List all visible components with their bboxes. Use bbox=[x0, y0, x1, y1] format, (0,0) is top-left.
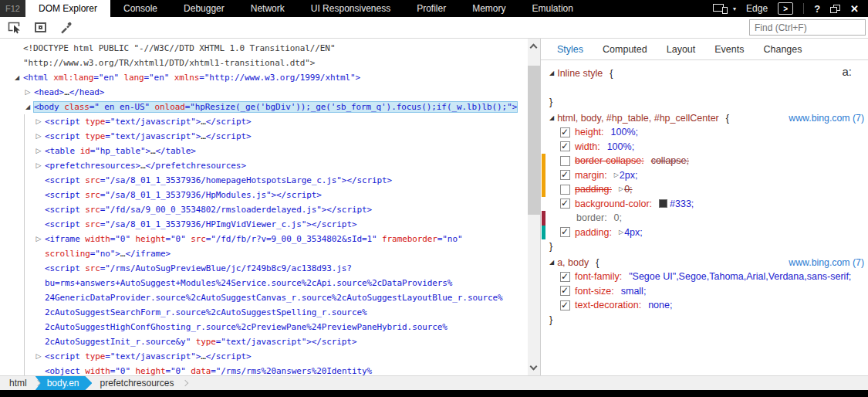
dom-tree-line[interactable]: <script src="/sa/8_01_1_3537936/HpModule… bbox=[0, 188, 528, 202]
element-highlight-button[interactable] bbox=[35, 22, 46, 32]
tab-debugger[interactable]: Debugger bbox=[171, 0, 238, 17]
property-name[interactable]: padding: bbox=[575, 182, 612, 197]
property-value[interactable]: small; bbox=[621, 284, 647, 299]
styles-tab-styles[interactable]: Styles bbox=[557, 44, 583, 55]
property-value[interactable]: collapse; bbox=[651, 154, 689, 168]
rule-selector-row[interactable]: ◢html, body, #hp_table, #hp_cellCenter{w… bbox=[541, 111, 868, 126]
property-checkbox[interactable] bbox=[560, 185, 570, 195]
property-value[interactable]: #333; bbox=[670, 197, 694, 212]
dom-tree-line[interactable]: scrolling="no">…</iframe> bbox=[0, 246, 528, 261]
style-property-row[interactable]: padding:▷0; bbox=[541, 182, 868, 197]
property-name[interactable]: font-family: bbox=[575, 270, 622, 284]
dom-tree-line[interactable]: <script src="/rms/AutoSugPreviewBlue/jc/… bbox=[0, 261, 528, 276]
dom-tree-line[interactable]: <!DOCTYPE html PUBLIC "-//W3C//DTD XHTML… bbox=[0, 41, 528, 56]
style-property-row[interactable]: border-collapse:collapse; bbox=[541, 154, 868, 168]
dom-tree-line[interactable]: 2cAutoSuggestSearchForm_r.source%2cAutoS… bbox=[0, 305, 528, 320]
property-checkbox[interactable]: ✓ bbox=[560, 127, 570, 137]
property-name[interactable]: height: bbox=[575, 125, 604, 140]
select-element-button[interactable] bbox=[8, 21, 22, 34]
scrollbar-thumb[interactable] bbox=[528, 66, 540, 215]
dom-tree-line[interactable]: <script src="/fd/sa/9_00_0_3534802/rmslo… bbox=[0, 202, 528, 217]
property-value[interactable]: 4px; bbox=[624, 226, 643, 240]
dom-tree-line[interactable]: ▷<script type="text/javascript">…</scrip… bbox=[0, 349, 528, 364]
collapse-arrow-icon[interactable]: ◢ bbox=[549, 66, 554, 81]
property-checkbox[interactable]: ✓ bbox=[560, 286, 570, 296]
property-name[interactable]: background-color: bbox=[575, 197, 652, 212]
tab-ui-responsiveness[interactable]: UI Responsiveness bbox=[298, 0, 404, 17]
property-value[interactable]: "Segoe UI",Segoe,Tahoma,Arial,Verdana,sa… bbox=[629, 270, 851, 284]
style-property-row[interactable]: border:0; bbox=[541, 211, 868, 226]
dom-tree-line[interactable]: <script src="/sa/8_01_1_3537936/HPImgVid… bbox=[0, 217, 528, 232]
chevron-down-icon[interactable]: ▾ bbox=[733, 5, 736, 12]
show-console-button[interactable]: > bbox=[778, 2, 793, 15]
dom-tree-line[interactable]: 2cAutoSuggestHighConfGhosting_r.source%2… bbox=[0, 320, 528, 334]
close-button[interactable]: ✕ bbox=[850, 3, 859, 15]
help-button[interactable]: ? bbox=[814, 3, 820, 15]
property-value[interactable]: 100%; bbox=[611, 125, 638, 140]
expand-arrow-icon[interactable]: ▷ bbox=[34, 129, 43, 144]
property-name[interactable]: width: bbox=[575, 140, 600, 154]
expand-value-icon[interactable]: ▷ bbox=[619, 226, 623, 240]
expand-arrow-icon[interactable]: ▷ bbox=[23, 85, 32, 100]
tab-profiler[interactable]: Profiler bbox=[404, 0, 459, 17]
property-checkbox[interactable]: ✓ bbox=[560, 170, 570, 180]
dom-tree-line[interactable]: 2cAutoSuggestInit_r.source&y" type="text… bbox=[0, 334, 528, 349]
dom-tree-scrollbar[interactable] bbox=[528, 39, 540, 375]
scroll-up-icon[interactable] bbox=[530, 44, 538, 52]
dom-tree-line[interactable]: ◢<html xml:lang="en" lang="en" xmlns="ht… bbox=[0, 70, 528, 85]
style-property-row[interactable]: ✓margin:▷2px; bbox=[541, 168, 868, 183]
property-checkbox[interactable]: ✓ bbox=[560, 300, 570, 310]
style-property-row[interactable]: ✓font-size:small; bbox=[541, 284, 868, 299]
tab-memory[interactable]: Memory bbox=[459, 0, 518, 17]
expand-arrow-icon[interactable]: ▷ bbox=[34, 232, 43, 246]
property-checkbox[interactable]: ✓ bbox=[560, 272, 570, 282]
dom-tree-line[interactable]: ▷<iframe width="0" height="0" src="/fd/f… bbox=[0, 232, 528, 246]
expand-arrow-icon[interactable]: ▷ bbox=[34, 158, 43, 173]
property-name[interactable]: padding: bbox=[575, 226, 612, 240]
color-picker-button[interactable] bbox=[59, 21, 73, 34]
collapse-arrow-icon[interactable]: ◢ bbox=[12, 70, 22, 85]
dom-tree-line[interactable]: ◢<body class=" en en-US" onload="hpResiz… bbox=[0, 100, 528, 114]
dom-tree-line[interactable]: "http://www.w3.org/TR/xhtml1/DTD/xhtml1-… bbox=[0, 56, 528, 70]
expand-arrow-icon[interactable]: ▷ bbox=[34, 114, 43, 129]
breadcrumb-item-prefetchresources[interactable]: prefetchresources bbox=[92, 376, 181, 390]
breadcrumb-item-html[interactable]: html bbox=[0, 376, 35, 390]
style-property-row[interactable]: ✓padding:▷4px; bbox=[541, 226, 868, 240]
styles-tab-layout[interactable]: Layout bbox=[667, 44, 696, 55]
tab-emulation[interactable]: Emulation bbox=[519, 0, 586, 17]
property-name[interactable]: border: bbox=[576, 211, 607, 226]
dom-tree-line[interactable]: 24GenericDataProvider.source%2cAutoSugge… bbox=[0, 290, 528, 305]
styles-tab-events[interactable]: Events bbox=[714, 44, 744, 55]
expand-arrow-icon[interactable]: ▷ bbox=[34, 144, 43, 158]
styles-tab-computed[interactable]: Computed bbox=[603, 44, 647, 55]
unpin-window-button[interactable] bbox=[830, 5, 840, 13]
style-property-row[interactable]: ✓background-color:#333; bbox=[541, 197, 868, 212]
property-checkbox[interactable] bbox=[560, 156, 570, 166]
dom-tree-line[interactable]: <script src="/sa/8_01_1_3537936/homepage… bbox=[0, 173, 528, 188]
dom-tree-line[interactable]: ▷<prefetchresources>…</prefetchresources… bbox=[0, 158, 528, 173]
property-name[interactable]: margin: bbox=[575, 168, 607, 183]
dom-tree-line[interactable]: ▷<script type="text/javascript">…</scrip… bbox=[0, 129, 528, 144]
expand-value-icon[interactable]: ▷ bbox=[614, 168, 619, 183]
property-checkbox[interactable]: ✓ bbox=[560, 141, 570, 151]
property-value[interactable]: none; bbox=[648, 298, 672, 313]
style-property-row[interactable]: ✓width:100%; bbox=[541, 140, 868, 154]
dom-tree-line[interactable]: ▷<script type="text/javascript">…</scrip… bbox=[0, 114, 528, 129]
property-checkbox[interactable]: ✓ bbox=[560, 198, 570, 209]
dom-tree-line[interactable]: ▷<table id="hp_table">…</table> bbox=[0, 144, 528, 158]
property-name[interactable]: font-size: bbox=[575, 284, 614, 299]
dom-tree-line[interactable]: ▷<head>…</head> bbox=[0, 85, 528, 100]
style-property-row[interactable]: ✓text-decoration:none; bbox=[541, 298, 868, 313]
find-input[interactable] bbox=[749, 19, 866, 36]
dom-tree-line[interactable]: bu=rms+answers+AutoSuggest+Modules%24Ser… bbox=[0, 276, 528, 290]
target-device-icon[interactable] bbox=[713, 4, 728, 14]
style-property-row[interactable]: ✓height:100%; bbox=[541, 125, 868, 140]
collapse-arrow-icon[interactable]: ◢ bbox=[23, 100, 32, 114]
style-property-row[interactable]: ✓font-family:"Segoe UI",Segoe,Tahoma,Ari… bbox=[541, 270, 868, 284]
property-value[interactable]: 100%; bbox=[607, 140, 634, 154]
collapse-arrow-icon[interactable]: ◢ bbox=[549, 111, 554, 126]
tab-network[interactable]: Network bbox=[238, 0, 298, 17]
stylesheet-link[interactable]: www.bing.com (7) bbox=[789, 256, 864, 270]
property-name[interactable]: border-collapse: bbox=[575, 154, 644, 168]
property-name[interactable]: text-decoration: bbox=[575, 298, 641, 313]
